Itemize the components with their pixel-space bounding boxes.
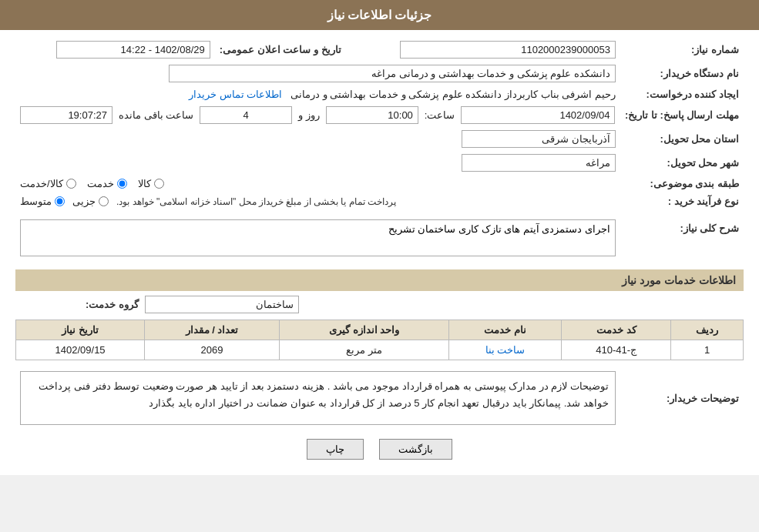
gerohe-khadamat-value: ساختمان	[145, 296, 299, 313]
saat-label: ساعت:	[425, 109, 455, 121]
back-button[interactable]: بازگشت	[379, 439, 452, 460]
tabaqebandi-radio-group: کالا/خدمت خدمت کالا	[20, 178, 616, 189]
shomareNiaz-label: شماره نیاز:	[620, 38, 744, 62]
table-cell-tarikh: 1402/09/15	[16, 340, 145, 360]
notes-table: توضیحات خریدار: توضیحات لازم در مدارک پی…	[15, 368, 744, 428]
ostan-value: آذربایجان شرقی	[462, 130, 616, 148]
ijadKarandeh-text: رحیم اشرفی بناب کاربرداز دانشکده علوم پز…	[291, 89, 616, 100]
ijadKarandeh-label: ایجاد کننده درخواست:	[620, 85, 744, 103]
ostan-label: استان محل تحویل:	[620, 127, 744, 151]
table-row: 1ج-41-410ساخت بنامتر مربع20691402/09/15	[16, 340, 744, 360]
saat-value: 10:00	[326, 106, 418, 124]
farayand-label: نوع فرآیند خرید :	[620, 192, 744, 210]
rooz-value: 4	[200, 106, 292, 124]
shahr-value: مراغه	[462, 154, 616, 172]
table-cell-vahed: متر مربع	[279, 340, 448, 360]
baghimandeh-value: 19:07:27	[20, 106, 113, 124]
table-cell-radif: 1	[671, 340, 744, 360]
tabaqebandi-label: طبقه بندی موضوعی:	[620, 175, 744, 192]
ijadKarandeh-value: رحیم اشرفی بناب کاربرداز دانشکده علوم پز…	[15, 85, 620, 103]
tawzeehat-value-cell: توضیحات لازم در مدارک پیوستی به همراه قر…	[15, 368, 620, 428]
radio-kala: کالا	[138, 178, 164, 189]
radio-jozi-label: جزیی	[72, 196, 96, 207]
tawzeehat-label: توضیحات خریدار:	[620, 368, 744, 428]
radio-motavaset-input[interactable]	[55, 196, 65, 206]
tawzeehat-box: توضیحات لازم در مدارک پیوستی به همراه قر…	[20, 371, 616, 425]
main-info-table: شماره نیاز: 1102000239000053 تاریخ و ساع…	[15, 38, 744, 210]
shomareNiaz-input: 1102000239000053	[400, 41, 616, 59]
shomareNiaz-value: 1102000239000053	[346, 38, 620, 62]
radio-kala-input[interactable]	[154, 179, 164, 189]
deadline-row: 19:07:27 ساعت باقی مانده 4 روز و 10:00 س…	[20, 106, 616, 124]
radio-kala-label: کالا	[138, 178, 151, 189]
radio-kala-khadamat: کالا/خدمت	[20, 178, 76, 189]
sharh-label: شرح کلی نیاز:	[620, 216, 744, 262]
col-name: نام خدمت	[449, 320, 562, 340]
namDastgah-input: دانشکده علوم پزشکی و خدمات بهداشتی و درم…	[169, 65, 616, 82]
radio-jozi: جزیی	[72, 196, 109, 207]
col-vahed: واحد اندازه گیری	[279, 320, 448, 340]
mohlat-label: مهلت ارسال پاسخ: تا تاریخ:	[620, 103, 744, 127]
radio-kala-khadamat-input[interactable]	[66, 179, 76, 189]
content-area: شماره نیاز: 1102000239000053 تاریخ و ساع…	[0, 30, 759, 475]
sharh-value-cell	[15, 216, 620, 262]
tarikh-elan-input: 1402/08/29 - 14:22	[56, 41, 210, 59]
radio-motavaset: متوسط	[20, 196, 65, 207]
table-cell-tedad: 2069	[145, 340, 280, 360]
radio-kala-khadamat-label: کالا/خدمت	[20, 178, 63, 189]
radio-motavaset-label: متوسط	[20, 196, 52, 207]
table-cell-kod: ج-41-410	[562, 340, 671, 360]
gerohe-khadamat-label: گروه خدمت:	[15, 299, 139, 310]
farayand-note: پرداخت تمام یا بخشی از مبلغ خریداز محل "…	[116, 196, 396, 207]
sharh-table: شرح کلی نیاز:	[15, 216, 744, 262]
farayand-row: متوسط جزیی پرداخت تمام یا بخشی از مبلغ خ…	[20, 196, 616, 207]
button-row: چاپ بازگشت	[15, 439, 744, 460]
print-button[interactable]: چاپ	[307, 439, 364, 460]
tarikh-elan-value: 1402/08/29 - 14:22	[15, 38, 215, 62]
ijadKarandeh-link[interactable]: اطلاعات تماس خریدار	[189, 89, 282, 100]
sharh-textarea[interactable]	[20, 219, 616, 256]
tarikh-elan-label: تاریخ و ساعت اعلان عمومی:	[215, 38, 346, 62]
col-kod: کد خدمت	[562, 320, 671, 340]
radio-khadamat-label: خدمت	[87, 178, 114, 189]
table-cell-name: ساخت بنا	[449, 340, 562, 360]
col-tarikh: تاریخ نیاز	[16, 320, 145, 340]
page-wrapper: جزئیات اطلاعات نیاز شماره نیاز: 11020002…	[0, 0, 759, 475]
baghimandeh-label: ساعت باقی مانده	[119, 109, 193, 121]
services-data-table: ردیف کد خدمت نام خدمت واحد اندازه گیری ت…	[15, 320, 744, 360]
radio-khadamat: خدمت	[87, 178, 127, 189]
shahr-label: شهر محل تحویل:	[620, 151, 744, 175]
namDastgah-label: نام دستگاه خریدار:	[620, 62, 744, 85]
khadamat-section-title: اطلاعات خدمات مورد نیاز	[15, 269, 744, 291]
col-tedad: تعداد / مقدار	[145, 320, 280, 340]
rooz-label: روز و	[298, 109, 320, 121]
service-group-row: گروه خدمت: ساختمان	[15, 296, 744, 313]
radio-jozi-input[interactable]	[99, 196, 109, 206]
page-title: جزئیات اطلاعات نیاز	[0, 0, 759, 30]
namDastgah-value: دانشکده علوم پزشکی و خدمات بهداشتی و درم…	[15, 62, 620, 85]
radio-khadamat-input[interactable]	[117, 179, 127, 189]
tarikh-value: 1402/09/04	[461, 106, 615, 124]
col-radif: ردیف	[671, 320, 744, 340]
